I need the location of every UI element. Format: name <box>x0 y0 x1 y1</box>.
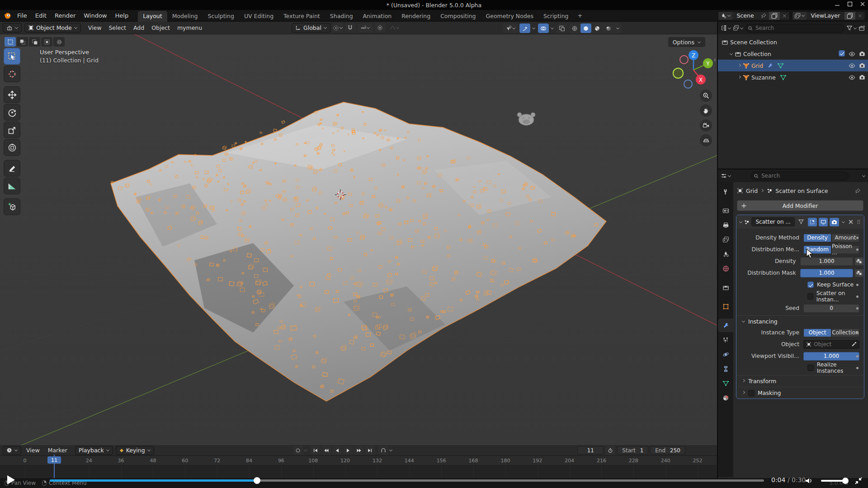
properties-editor-type-button[interactable] <box>721 173 731 179</box>
outliner-search-input[interactable] <box>745 24 844 33</box>
snap-magnet-button[interactable] <box>345 23 356 33</box>
tool-measure[interactable] <box>4 178 20 194</box>
camera-toggle[interactable] <box>859 74 865 80</box>
distribution-mask-slider[interactable]: 1.000 <box>800 269 853 277</box>
workspace-tab-animation[interactable]: Animation <box>358 11 397 22</box>
unlink-scene-icon[interactable]: × <box>780 12 789 20</box>
zoom-icon[interactable] <box>700 89 712 102</box>
maximize-button[interactable] <box>847 1 853 7</box>
player-play-button[interactable] <box>7 475 15 484</box>
properties-tab-world[interactable] <box>718 262 733 275</box>
viewlayer-name[interactable]: ViewLayer <box>807 12 845 19</box>
workspace-tab-rendering[interactable]: Rendering <box>396 11 435 22</box>
show-object-types-button[interactable] <box>503 23 518 33</box>
pin-scene-icon[interactable] <box>759 12 769 20</box>
expand-icon[interactable] <box>738 76 741 79</box>
gizmos-dropdown[interactable] <box>530 23 537 33</box>
add-modifier-button[interactable]: Add Modifier <box>737 200 863 211</box>
shading-dropdown[interactable] <box>614 23 621 33</box>
workspace-tab-geometry-nodes[interactable]: Geometry Nodes <box>481 11 538 22</box>
tool-move[interactable] <box>4 86 20 103</box>
properties-tab-object[interactable] <box>718 300 733 313</box>
volume-icon[interactable] <box>804 476 813 485</box>
scatter-on-instances-checkbox[interactable] <box>807 293 813 300</box>
outliner-row-suzanne[interactable]: Suzanne <box>718 71 868 83</box>
play-reverse-button[interactable] <box>332 446 342 455</box>
outliner-item-label[interactable]: Suzanne <box>751 74 776 81</box>
shading-solid-button[interactable] <box>580 23 591 33</box>
navigation-gizmo[interactable]: Z Y X <box>672 50 715 93</box>
new-collection-button[interactable] <box>859 25 865 32</box>
menu-help[interactable]: Help <box>111 11 133 20</box>
density-method-amount-button[interactable]: Amount <box>831 234 859 242</box>
workspace-tab-sculpting[interactable]: Sculpting <box>203 11 239 22</box>
outliner-item-label[interactable]: Scene Collection <box>730 39 777 46</box>
outliner-display-mode-button[interactable] <box>721 25 731 31</box>
suzanne-object[interactable] <box>517 113 535 126</box>
properties-tab-output[interactable] <box>718 218 733 232</box>
select-mode-set[interactable] <box>5 37 16 47</box>
masking-checkbox[interactable] <box>748 390 755 396</box>
properties-tab-render[interactable] <box>718 204 733 217</box>
camera-toggle[interactable] <box>859 51 865 57</box>
preview-range-button[interactable] <box>378 446 388 455</box>
animate-dot[interactable] <box>856 367 859 369</box>
viewport-canvas[interactable]: User Perspective (11) Collection | Grid … <box>0 34 717 445</box>
pan-hand-icon[interactable] <box>700 104 712 117</box>
outliner-item-label[interactable]: Grid <box>751 62 763 69</box>
snap-settings-button[interactable] <box>358 23 373 33</box>
select-mode-intersect[interactable] <box>53 37 65 47</box>
animate-dot[interactable] <box>856 355 859 357</box>
timeline-ruler[interactable]: 0243648607284961081201321441561681801922… <box>0 456 717 465</box>
viewport-menu-view[interactable]: View <box>85 23 105 33</box>
properties-tab-material[interactable] <box>718 391 733 404</box>
camera-toggle[interactable] <box>859 62 865 69</box>
modifier-panel-header[interactable]: Scatter on ... × <box>736 215 864 229</box>
outliner-row-grid[interactable]: Grid <box>718 60 868 71</box>
animate-dot[interactable] <box>856 272 859 274</box>
workspace-tab-modeling[interactable]: Modeling <box>167 11 203 22</box>
eye-toggle[interactable] <box>849 51 855 57</box>
masking-section-header[interactable]: Masking <box>736 387 864 399</box>
expand-icon[interactable] <box>730 52 733 56</box>
remove-viewlayer-icon[interactable]: × <box>855 12 865 20</box>
frame-start-field[interactable]: Start1 <box>617 446 648 455</box>
player-progress-bar[interactable] <box>50 479 764 482</box>
menu-render[interactable]: Render <box>51 11 80 20</box>
play-button[interactable] <box>343 446 353 455</box>
tool-annotate[interactable] <box>4 160 20 177</box>
distribution-poisson-button[interactable]: Poisson ... <box>831 245 859 254</box>
orientation-dropdown[interactable]: Global <box>292 23 330 33</box>
xray-toggle[interactable] <box>557 23 567 33</box>
instance-type-object-button[interactable]: Object <box>803 328 831 337</box>
timeline-menu-marker[interactable]: Marker <box>44 446 71 455</box>
overlays-toggle[interactable] <box>538 23 549 33</box>
animate-dot[interactable] <box>856 237 859 239</box>
properties-tab-collection[interactable] <box>718 281 733 294</box>
eye-toggle[interactable] <box>849 74 855 81</box>
tool-rotate[interactable] <box>4 104 20 121</box>
shading-material-button[interactable] <box>592 23 603 33</box>
tool-select-box[interactable] <box>4 48 20 65</box>
animate-dot[interactable] <box>856 249 859 251</box>
instancing-section-header[interactable]: Instancing <box>736 315 864 327</box>
proportional-editing-button[interactable] <box>375 23 386 33</box>
exit-fullscreen-icon[interactable] <box>854 477 863 485</box>
animate-dot[interactable] <box>856 260 859 263</box>
menu-edit[interactable]: Edit <box>31 11 51 20</box>
outliner-row-collection[interactable]: Collection <box>718 48 868 60</box>
viewport-menu-select[interactable]: Select <box>105 23 130 33</box>
viewlayer-icon[interactable] <box>793 12 807 20</box>
outliner-restriction-button[interactable] <box>733 25 743 31</box>
animate-dot[interactable] <box>856 296 859 298</box>
animate-dot[interactable] <box>856 307 859 310</box>
expand-modifier-icon[interactable] <box>739 221 742 224</box>
proportional-falloff-button[interactable] <box>387 23 401 33</box>
animate-dot[interactable] <box>856 332 859 334</box>
jump-prev-keyframe-button[interactable] <box>321 446 331 455</box>
overlays-dropdown[interactable] <box>549 23 555 33</box>
workspace-tab-uv-editing[interactable]: UV Editing <box>239 11 278 22</box>
viewport-menu-object[interactable]: Object <box>148 23 174 33</box>
outliner-item-label[interactable]: Collection <box>743 51 771 57</box>
properties-tab-scene[interactable] <box>718 247 733 261</box>
